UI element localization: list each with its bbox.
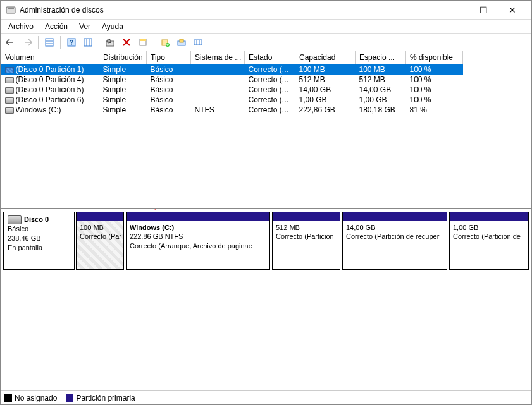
table-row[interactable]: Windows (C:)SimpleBásicoNTFSCorrecto (..…	[1, 105, 531, 115]
svg-text:?: ?	[70, 39, 73, 46]
menubar: ArchivoAcciónVerAyuda	[1, 20, 531, 33]
legend-unallocated: No asignado	[4, 394, 57, 402]
partition-size: 1,00 GB	[453, 223, 525, 232]
table-row[interactable]: (Disco 0 Partición 1)SimpleBásicoCorrect…	[1, 64, 531, 75]
disk-size: 238,46 GB	[8, 234, 70, 243]
partition-status: Correcto (Par	[80, 232, 120, 241]
striped-volume-icon	[5, 67, 14, 73]
partition-status: Correcto (Partición de	[453, 232, 525, 241]
disk-drive-icon	[8, 215, 22, 224]
column-header[interactable]: % disponible	[406, 51, 463, 64]
window-title: Administración de discos	[20, 6, 441, 15]
partition-size: 100 MB	[80, 223, 120, 232]
back-button[interactable]	[3, 35, 18, 49]
partition-box[interactable]: 512 MBCorrecto (Partición	[272, 212, 340, 270]
svg-rect-18	[180, 39, 183, 42]
toolbar-separator	[38, 36, 39, 49]
properties-button[interactable]	[135, 35, 151, 49]
disk-row: Disco 0 Básico 238,46 GB En pantalla 100…	[3, 212, 529, 270]
table-row[interactable]: (Disco 0 Partición 5)SimpleBásicoCorrect…	[1, 85, 531, 95]
partition-box[interactable]: 14,00 GBCorrecto (Partición de recuper	[342, 212, 447, 270]
new-simple-volume-button[interactable]	[158, 35, 173, 49]
partition-box[interactable]: Windows (C:)222,86 GB NTFSCorrecto (Arra…	[126, 212, 270, 270]
forward-button[interactable]	[20, 35, 35, 49]
menu-ayuda[interactable]: Ayuda	[97, 21, 128, 32]
partition-size: 14,00 GB	[346, 223, 443, 232]
view-settings-button[interactable]	[80, 35, 96, 49]
disk-type: Básico	[8, 224, 70, 234]
toolbar-separator	[154, 36, 154, 49]
primary-swatch-icon	[66, 394, 73, 402]
column-header[interactable]: Volumen	[1, 51, 99, 64]
app-icon	[6, 5, 16, 15]
minimize-button[interactable]: —	[441, 1, 469, 19]
partition-status: Correcto (Arranque, Archivo de paginac	[130, 241, 266, 250]
titlebar: Administración de discos — ☐ ✕	[1, 1, 531, 20]
drive-icon	[5, 77, 14, 83]
view-list-button[interactable]	[42, 35, 57, 49]
partition-header	[343, 212, 447, 221]
column-header[interactable]: Tipo	[147, 51, 191, 64]
partition-box[interactable]: 100 MBCorrecto (Par	[76, 212, 124, 270]
menu-ver[interactable]: Ver	[74, 21, 96, 32]
disk-label-box[interactable]: Disco 0 Básico 238,46 GB En pantalla	[3, 212, 75, 270]
partition-header	[273, 212, 340, 221]
column-header[interactable]: Distribución	[99, 51, 147, 64]
new-spanned-volume-button[interactable]	[174, 35, 189, 49]
volume-table[interactable]: VolumenDistribuciónTipoSistema de ...Est…	[1, 51, 531, 115]
toolbar-separator	[60, 36, 61, 49]
maximize-button[interactable]: ☐	[469, 1, 498, 19]
svg-rect-2	[46, 39, 53, 46]
partition-box[interactable]: 1,00 GBCorrecto (Partición de	[449, 212, 529, 270]
disk-map-pane: Disco 0 Básico 238,46 GB En pantalla 100…	[1, 209, 531, 390]
new-striped-volume-button[interactable]	[190, 35, 206, 49]
legend-primary: Partición primaria	[66, 394, 135, 402]
partition-status: Correcto (Partición	[276, 232, 337, 241]
menu-acción[interactable]: Acción	[40, 21, 73, 32]
svg-rect-14	[140, 39, 146, 41]
toolbar-separator	[99, 36, 99, 49]
partition-status: Correcto (Partición de recuper	[346, 232, 443, 241]
partition-header	[450, 212, 528, 221]
drive-icon	[5, 87, 14, 94]
drive-icon	[5, 107, 14, 114]
table-row[interactable]: (Disco 0 Partición 4)SimpleBásicoCorrect…	[1, 75, 531, 85]
partition-name: Windows (C:)	[130, 223, 266, 232]
help-button[interactable]: ?	[64, 35, 79, 49]
svg-rect-0	[6, 7, 15, 13]
disk-status: En pantalla	[8, 243, 70, 253]
partition-size: 222,86 GB NTFS	[130, 232, 266, 241]
rescan-button[interactable]	[102, 35, 118, 49]
legend-bar: No asignado Partición primaria	[1, 390, 531, 404]
svg-rect-1	[8, 8, 14, 9]
partition-size: 512 MB	[276, 223, 337, 232]
close-button[interactable]: ✕	[498, 1, 526, 19]
unallocated-swatch-icon	[4, 394, 12, 402]
column-header[interactable]: Estado	[245, 51, 295, 64]
column-header[interactable]: Sistema de ...	[191, 51, 245, 64]
partition-header	[77, 212, 123, 221]
menu-archivo[interactable]: Archivo	[3, 21, 39, 32]
delete-button[interactable]	[119, 35, 134, 49]
drive-icon	[5, 97, 14, 104]
partition-header	[127, 212, 269, 221]
table-row[interactable]: (Disco 0 Partición 6)SimpleBásicoCorrect…	[1, 95, 531, 105]
column-header[interactable]: Capacidad	[295, 51, 356, 64]
svg-rect-7	[84, 39, 92, 46]
toolbar: ?	[1, 33, 531, 51]
svg-rect-19	[194, 40, 202, 45]
column-header[interactable]: Espacio ...	[356, 51, 406, 64]
disk-name: Disco 0	[24, 215, 49, 223]
volume-list-pane: VolumenDistribuciónTipoSistema de ...Est…	[1, 51, 531, 209]
